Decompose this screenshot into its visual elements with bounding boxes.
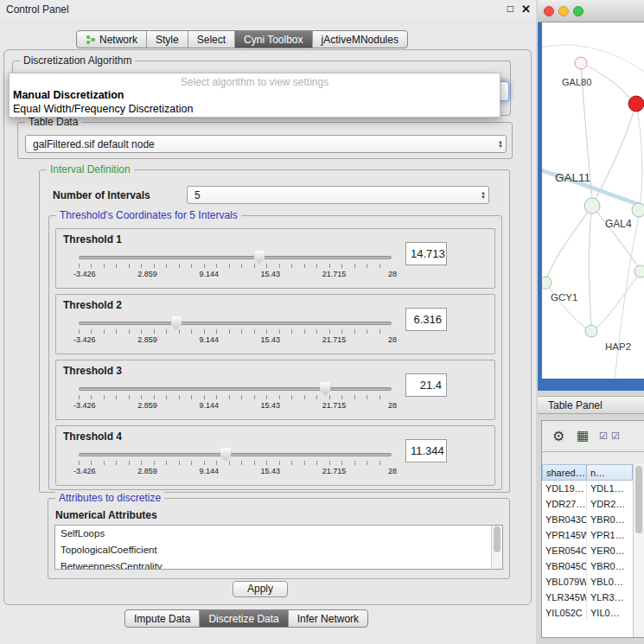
minimize-window-button[interactable]: [558, 6, 569, 16]
algorithm-dropdown-popup: Select algorithm to view settings Manual…: [9, 73, 501, 118]
threshold-4-slider[interactable]: [79, 453, 392, 456]
cell-name: YBR0…: [587, 512, 633, 527]
cell-shared-name: YBR043C: [542, 512, 587, 527]
slider-thumb[interactable]: [220, 448, 232, 462]
tab-infer-network[interactable]: Infer Network: [288, 610, 367, 627]
threshold-label: Threshold 4: [63, 430, 122, 443]
tab-select[interactable]: Select: [188, 31, 234, 48]
number-of-intervals-label: Number of Intervals: [53, 189, 150, 201]
network-edge: [589, 206, 592, 325]
cell-name: YPR1…: [587, 527, 633, 543]
node-label-gcy1: GCY1: [551, 292, 577, 303]
cell-shared-name: YDL19…: [542, 481, 587, 496]
table-row[interactable]: YBR043C YBR0…: [542, 512, 633, 527]
network-icon: [86, 35, 96, 45]
table-row[interactable]: YPR145W YPR1…: [542, 527, 633, 543]
table-row[interactable]: YIL052C YIL0…: [542, 605, 633, 621]
thresholds-group: Threshold's Coordinates for 5 Intervals …: [48, 215, 502, 490]
apply-button[interactable]: Apply: [233, 581, 288, 597]
cell-name: YBR0…: [587, 558, 633, 574]
tab-discretize-data[interactable]: Discretize Data: [199, 610, 287, 627]
scale-label: 9.144: [199, 270, 219, 278]
network-node[interactable]: [575, 57, 587, 69]
scale-label: 2.859: [137, 270, 157, 278]
scale-label: 9.144: [199, 335, 219, 344]
tab-label: Infer Network: [297, 613, 359, 625]
tab-label: Network: [99, 34, 137, 46]
checkbox-icon[interactable]: ☑: [611, 430, 620, 442]
table-row[interactable]: YBR045C YBR0…: [542, 558, 633, 574]
network-edge: [636, 104, 642, 206]
checkbox-icon[interactable]: ☑: [599, 430, 608, 442]
table-row[interactable]: YDL19… YDL1…: [542, 481, 633, 496]
attributes-scrollbar[interactable]: [491, 526, 502, 569]
zoom-window-button[interactable]: [573, 6, 583, 16]
stepper-icon: ▲▼: [477, 191, 486, 200]
network-node[interactable]: [632, 203, 644, 217]
cell-shared-name: YBR045C: [542, 558, 587, 574]
threshold-1-panel: Threshold 1 -3.426 2.859 9.144 15.43 21.…: [55, 228, 495, 289]
table-row[interactable]: YBL079W YBL0…: [542, 574, 633, 590]
scrollbar-thumb[interactable]: [635, 466, 642, 533]
scrollbar-thumb[interactable]: [494, 526, 501, 552]
attributes-group: Attributes to discretize Numerical Attri…: [48, 498, 510, 579]
threshold-2-panel: Threshold 2 -3.426 2.859 9.144 15.43 21.…: [55, 294, 495, 354]
threshold-3-value-field[interactable]: 21.4: [405, 373, 447, 397]
scale-label: -3.426: [73, 335, 96, 344]
tab-network[interactable]: Network: [77, 31, 146, 48]
scale-label: 2.859: [137, 467, 157, 475]
columns-icon[interactable]: ▦: [577, 428, 589, 443]
dropdown-option-equal-width[interactable]: Equal Width/Frequency Discretization: [10, 102, 500, 116]
scale-label: 15.43: [261, 467, 281, 475]
column-header-shared-name[interactable]: shared…: [542, 464, 587, 481]
scale-label: -3.426: [73, 401, 96, 410]
column-header-name[interactable]: n…: [587, 464, 633, 481]
node-label-gal11: GAL11: [555, 171, 590, 184]
cell-name: YDL1…: [587, 481, 633, 496]
list-item-topologicalcoefficient[interactable]: TopologicalCoefficient: [55, 542, 502, 558]
dropdown-option-manual-discretization[interactable]: Manual Discretization: [10, 88, 500, 102]
cell-shared-name: YPR145W: [542, 527, 587, 543]
list-item-betweennesscentrality[interactable]: BetweennessCentrality: [55, 558, 502, 570]
network-edge: [547, 206, 592, 277]
table-toolbar: ⚙ ▦ ☑ ☑: [542, 421, 644, 452]
table-panel-title: Table Panel: [538, 396, 644, 414]
network-canvas[interactable]: GAL80 GAL11 GAL4 GCY1 HAP2: [542, 22, 644, 379]
close-icon[interactable]: ✕: [521, 3, 531, 16]
threshold-2-value-field[interactable]: 6.316: [405, 308, 447, 331]
network-edge: [596, 271, 641, 328]
threshold-1-value-field[interactable]: 14.713: [405, 242, 447, 265]
network-node[interactable]: [542, 277, 552, 289]
network-node[interactable]: [585, 325, 597, 337]
threshold-4-value-field[interactable]: 11.344: [405, 439, 447, 462]
close-window-button[interactable]: [544, 6, 554, 16]
tab-style[interactable]: Style: [146, 31, 188, 48]
gear-icon[interactable]: ⚙: [552, 428, 564, 444]
threshold-2-slider[interactable]: [79, 322, 392, 325]
table-data-combobox[interactable]: galFiltered.sif default node ▲▼: [25, 135, 507, 153]
table-row[interactable]: YDR27… YDR2…: [542, 496, 633, 512]
network-node-selected[interactable]: [628, 96, 644, 112]
tab-jactivemnodules[interactable]: jActiveMNodules: [312, 31, 407, 48]
network-node[interactable]: [584, 198, 600, 214]
table-scrollbar[interactable]: [633, 464, 644, 637]
node-label-gal80: GAL80: [562, 77, 591, 87]
table-row[interactable]: YLR345W YLR3…: [542, 590, 633, 605]
slider-thumb[interactable]: [170, 316, 182, 330]
slider-thumb[interactable]: [320, 382, 331, 396]
network-edge: [594, 104, 636, 201]
list-item-selfloops[interactable]: SelfLoops: [55, 526, 502, 542]
scale-label: 28: [388, 401, 397, 410]
float-window-icon[interactable]: □: [507, 3, 513, 15]
cell-shared-name: YDR27…: [542, 496, 587, 512]
slider-ticks: [79, 395, 392, 399]
number-of-intervals-combobox[interactable]: 5 ▲▼: [187, 186, 489, 204]
threshold-3-slider[interactable]: [79, 387, 392, 391]
tab-cyni-toolbox[interactable]: Cyni Toolbox: [234, 31, 311, 48]
network-node[interactable]: [634, 265, 644, 277]
scale-label: 9.144: [199, 401, 219, 410]
table-row[interactable]: YER054C YER0…: [542, 543, 633, 558]
threshold-1-slider[interactable]: [79, 256, 392, 259]
slider-thumb[interactable]: [253, 251, 265, 265]
tab-impute-data[interactable]: Impute Data: [125, 610, 199, 627]
